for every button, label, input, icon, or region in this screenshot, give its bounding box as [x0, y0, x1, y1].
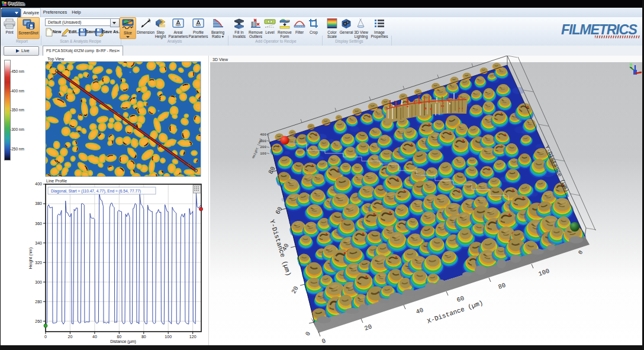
svg-text:20: 20: [68, 335, 73, 339]
svg-text:400: 400: [260, 133, 266, 137]
svg-text:100: 100: [260, 152, 266, 156]
svg-text:300: 300: [35, 280, 42, 284]
svg-text:100: 100: [165, 335, 172, 339]
svg-text:360: 360: [35, 221, 42, 226]
svg-text:280: 280: [35, 300, 42, 304]
svg-text:0: 0: [44, 335, 47, 339]
svg-text:400: 400: [35, 182, 42, 186]
svg-text:40: 40: [92, 335, 97, 339]
svg-text:340: 340: [35, 241, 42, 245]
svg-text:80: 80: [141, 335, 146, 339]
svg-text:200: 200: [260, 145, 266, 149]
svg-text:60: 60: [117, 335, 121, 339]
svg-text:260: 260: [35, 319, 42, 323]
svg-text:3D View: 3D View: [212, 57, 228, 62]
svg-text:Diagonal, Start = (110.47, 4.7: Diagonal, Start = (110.47, 4.77), End = …: [51, 189, 141, 194]
svg-text:Distance (µm): Distance (µm): [110, 339, 136, 344]
svg-text:380: 380: [35, 201, 42, 205]
svg-text:Height (nm): Height (nm): [28, 248, 33, 269]
svg-text:120: 120: [189, 335, 197, 339]
svg-text:320: 320: [35, 261, 42, 265]
